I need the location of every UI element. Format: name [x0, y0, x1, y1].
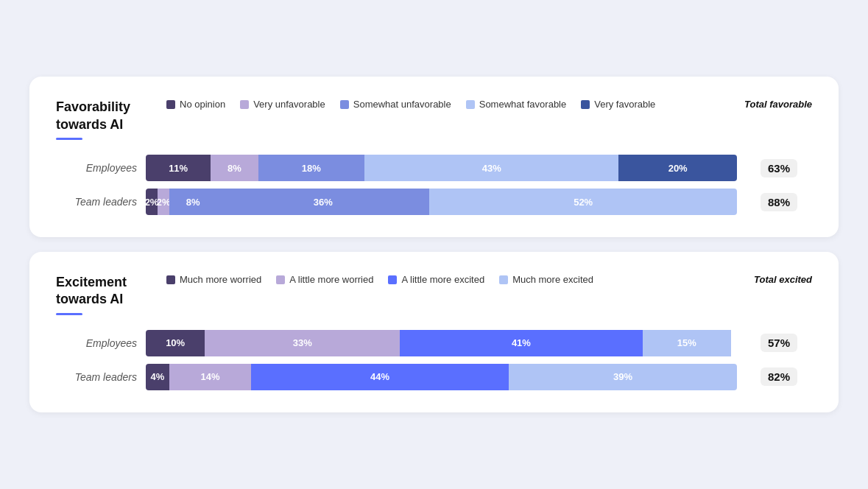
excitement-title: Excitementtowards AI: [56, 274, 137, 309]
legend-dot-much-worried: [166, 275, 175, 284]
legend-label-somewhat-unfav: Somewhat unfavorable: [353, 99, 451, 110]
bar-segment: 39%: [509, 364, 737, 390]
legend-dot-somewhat-unfav: [340, 100, 349, 109]
excitement-legend: Much more worriedA little more worriedA …: [166, 274, 716, 285]
legend-item-much-worried: Much more worried: [166, 274, 261, 285]
legend-dot-much-excited: [499, 275, 508, 284]
legend-item-somewhat-fav: Somewhat favorable: [466, 99, 567, 110]
bar-segment: 43%: [364, 155, 618, 181]
bar-segment: 8%: [211, 155, 258, 181]
table-row: Employees11%8%18%43%20%63%: [56, 155, 812, 181]
legend-dot-somewhat-fav: [466, 100, 475, 109]
bar-segment: 18%: [258, 155, 365, 181]
favorability-total-label: Total favorable: [744, 99, 812, 110]
bar-segment: 41%: [400, 330, 642, 356]
legend-label-very-unfav: Very unfavorable: [253, 99, 325, 110]
total-value: 57%: [746, 334, 812, 352]
favorability-chart: Employees11%8%18%43%20%63%Team leaders2%…: [56, 155, 812, 215]
total-badge: 88%: [761, 193, 797, 211]
favorability-header: Favorabilitytowards AI No opinionVery un…: [56, 99, 812, 140]
row-label: Employees: [56, 337, 137, 349]
favorability-card: Favorabilitytowards AI No opinionVery un…: [29, 77, 839, 237]
total-badge: 63%: [761, 159, 797, 177]
bar-segment: 33%: [205, 330, 400, 356]
legend-label-much-excited: Much more excited: [512, 274, 593, 285]
bar-segment: 4%: [146, 364, 169, 390]
row-label: Team leaders: [56, 196, 137, 208]
bar-container: 2%2%8%36%52%: [146, 189, 737, 215]
legend-dot-little-excited: [388, 275, 397, 284]
legend-label-no-opinion: No opinion: [180, 99, 225, 110]
excitement-total-label: Total excited: [746, 274, 812, 285]
legend-dot-very-fav: [581, 100, 590, 109]
excitement-header: Excitementtowards AI Much more worriedA …: [56, 274, 812, 315]
row-label: Team leaders: [56, 371, 137, 383]
legend-item-much-excited: Much more excited: [499, 274, 593, 285]
total-value: 82%: [746, 367, 812, 386]
bar-segment: 44%: [251, 364, 509, 390]
bar-segment: 14%: [169, 364, 251, 390]
bar-segment: 20%: [618, 155, 737, 181]
favorability-title-block: Favorabilitytowards AI: [56, 99, 137, 140]
bar-segment: 15%: [643, 330, 731, 356]
legend-item-little-worried: A little more worried: [276, 274, 373, 285]
favorability-underline: [56, 138, 82, 140]
legend-item-little-excited: A little more excited: [388, 274, 484, 285]
bar-segment: 2%: [146, 189, 158, 215]
legend-label-somewhat-fav: Somewhat favorable: [479, 99, 567, 110]
bar-segment: 52%: [429, 189, 737, 215]
bar-segment: 8%: [169, 189, 216, 215]
legend-dot-little-worried: [276, 275, 285, 284]
legend-label-very-fav: Very favorable: [594, 99, 655, 110]
legend-label-little-worried: A little more worried: [289, 274, 373, 285]
excitement-card: Excitementtowards AI Much more worriedA …: [29, 252, 839, 412]
table-row: Team leaders4%14%44%39%82%: [56, 364, 812, 390]
legend-dot-very-unfav: [240, 100, 249, 109]
excitement-underline: [56, 313, 82, 315]
bar-container: 4%14%44%39%: [146, 364, 737, 390]
legend-label-little-excited: A little more excited: [401, 274, 484, 285]
table-row: Team leaders2%2%8%36%52%88%: [56, 189, 812, 215]
bar-container: 10%33%41%15%: [146, 330, 737, 356]
legend-item-somewhat-unfav: Somewhat unfavorable: [340, 99, 451, 110]
legend-label-much-worried: Much more worried: [180, 274, 261, 285]
bar-segment: 36%: [216, 189, 429, 215]
legend-item-no-opinion: No opinion: [166, 99, 225, 110]
total-badge: 57%: [761, 334, 797, 352]
table-row: Employees10%33%41%15%57%: [56, 330, 812, 356]
excitement-title-block: Excitementtowards AI: [56, 274, 137, 315]
bar-segment: 10%: [146, 330, 205, 356]
bar-segment: 2%: [158, 189, 169, 215]
favorability-legend: No opinionVery unfavorableSomewhat unfav…: [166, 99, 715, 110]
total-value: 88%: [746, 193, 812, 211]
favorability-title: Favorabilitytowards AI: [56, 99, 137, 133]
total-badge: 82%: [761, 367, 797, 386]
bar-segment: 11%: [146, 155, 211, 181]
bar-container: 11%8%18%43%20%: [146, 155, 737, 181]
legend-item-very-fav: Very favorable: [581, 99, 655, 110]
legend-item-very-unfav: Very unfavorable: [240, 99, 325, 110]
legend-dot-no-opinion: [166, 100, 175, 109]
excitement-chart: Employees10%33%41%15%57%Team leaders4%14…: [56, 330, 812, 390]
total-value: 63%: [746, 159, 812, 177]
row-label: Employees: [56, 162, 137, 174]
